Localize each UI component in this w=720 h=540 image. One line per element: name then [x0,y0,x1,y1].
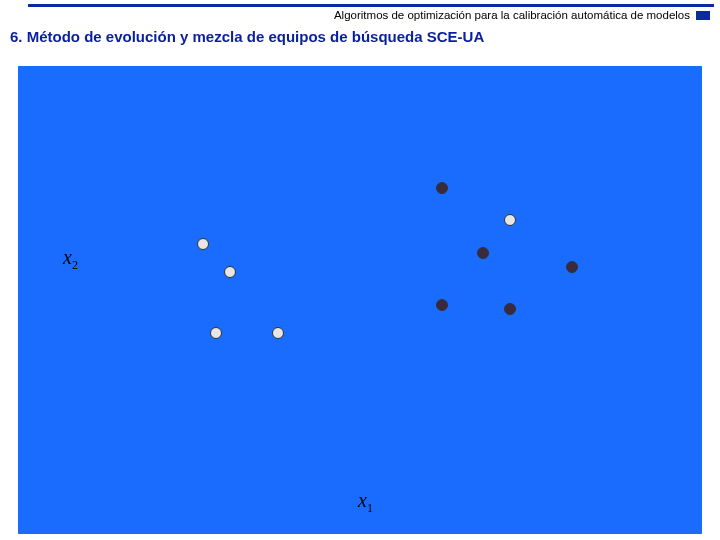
section-title: 6. Método de evolución y mezcla de equip… [0,24,720,55]
scatter-point [224,266,236,278]
axis-y-var: x [63,246,72,268]
scatter-point [504,303,516,315]
axis-label-y: x2 [63,246,78,273]
header-row: Algoritmos de optimización para la calib… [0,7,720,24]
scatter-point [210,327,222,339]
scatter-point [477,247,489,259]
plot-area: x2 x1 [18,66,702,534]
axis-y-sub: 2 [72,258,78,272]
scatter-point [504,214,516,226]
header-title: Algoritmos de optimización para la calib… [334,9,710,21]
axis-label-x: x1 [358,489,373,516]
scatter-point [566,261,578,273]
scatter-point [197,238,209,250]
scatter-point [436,182,448,194]
slide: Algoritmos de optimización para la calib… [0,4,720,540]
scatter-point [436,299,448,311]
axis-x-var: x [358,489,367,511]
scatter-point [272,327,284,339]
axis-x-sub: 1 [367,501,373,515]
